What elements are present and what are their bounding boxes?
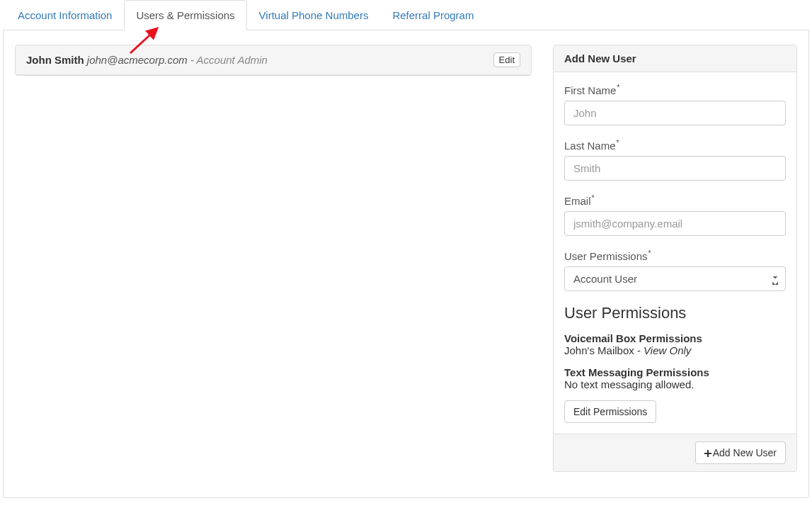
texting-permissions-detail: No text messaging allowed. (564, 378, 786, 390)
user-permissions-select[interactable]: Account User (564, 266, 786, 291)
add-new-user-label: Add New User (713, 447, 777, 458)
texting-permissions-title: Text Messaging Permissions (564, 366, 786, 378)
add-new-user-button[interactable]: Add New User (695, 441, 786, 464)
user-role: Account Admin (197, 54, 268, 66)
tab-label: Virtual Phone Numbers (259, 9, 369, 21)
voicemail-permissions-block: Voicemail Box Permissions John's Mailbox… (564, 332, 786, 356)
user-email: john@acmecorp.com (87, 54, 188, 66)
user-role-separator: - (188, 54, 197, 66)
tab-referral-program[interactable]: Referral Program (380, 0, 486, 30)
user-name: John Smith (26, 54, 84, 66)
tab-account-information[interactable]: Account Information (6, 0, 124, 30)
panel-title: Add New User (564, 52, 636, 64)
last-name-input[interactable] (564, 156, 786, 181)
email-label: Email (564, 193, 786, 207)
last-name-label: Last Name (564, 138, 786, 152)
first-name-label: First Name (564, 83, 786, 96)
tab-label: Users & Permissions (136, 9, 234, 21)
voicemail-mailbox-name: John's Mailbox (564, 344, 634, 356)
edit-user-button[interactable]: Edit (493, 52, 520, 67)
voicemail-permissions-title: Voicemail Box Permissions (564, 332, 786, 344)
tab-label: Referral Program (392, 9, 474, 21)
edit-button-label: Edit (499, 55, 515, 65)
email-input[interactable] (564, 211, 786, 236)
voicemail-separator: - (634, 344, 644, 356)
edit-permissions-label: Edit Permissions (573, 406, 647, 417)
first-name-input[interactable] (564, 101, 786, 125)
plus-icon (704, 450, 711, 457)
users-list-column: John Smith john@acmecorp.com - Account A… (15, 45, 532, 76)
tab-virtual-phone-numbers[interactable]: Virtual Phone Numbers (247, 0, 381, 30)
tab-label: Account Information (18, 9, 112, 21)
main-tabs: Account Information Users & Permissions … (3, 0, 809, 30)
user-permissions-select-label: User Permissions (564, 249, 786, 262)
texting-permissions-block: Text Messaging Permissions No text messa… (564, 366, 786, 390)
add-user-column: Add New User First Name Last Name Emai (553, 45, 797, 486)
tab-content: John Smith john@acmecorp.com - Account A… (3, 30, 809, 498)
voicemail-mode: View Only (644, 344, 691, 356)
user-permissions-heading: User Permissions (564, 304, 786, 322)
tab-users-permissions[interactable]: Users & Permissions (124, 0, 246, 30)
user-row: John Smith john@acmecorp.com - Account A… (15, 45, 532, 76)
add-user-panel: Add New User First Name Last Name Emai (553, 45, 797, 472)
edit-permissions-button[interactable]: Edit Permissions (564, 400, 656, 423)
